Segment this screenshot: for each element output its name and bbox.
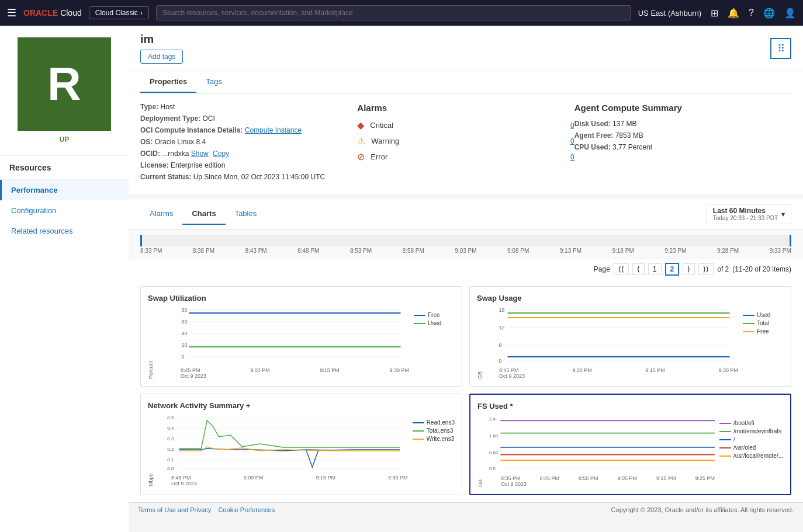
- tab-alarms[interactable]: Alarms: [140, 203, 182, 225]
- top-nav: ☰ ORACLE Cloud Cloud Classic › US East (…: [0, 0, 803, 26]
- sidebar-item-related-resources[interactable]: Related resources: [0, 221, 129, 241]
- sidebar-item-configuration[interactable]: Configuration: [0, 200, 129, 221]
- legend-mnt-dot: [719, 431, 731, 432]
- legend-free: Free: [414, 312, 455, 318]
- globe-icon[interactable]: 🌐: [763, 8, 775, 19]
- region-selector[interactable]: US East (Ashburn): [638, 9, 701, 18]
- cloud-text: Cloud: [60, 8, 82, 18]
- cookie-link[interactable]: Cookie Preferences: [219, 506, 275, 513]
- tab-charts[interactable]: Charts: [182, 203, 225, 225]
- page-first-button[interactable]: ⟨⟨: [614, 263, 629, 275]
- chart-network-activity-xlabels: 8:45 PM 9:00 PM 9:15 PM 9:30 PM: [158, 475, 408, 481]
- chart-fs-used-area: GB 2.4 1.6K 0.8K 0.0: [477, 415, 783, 487]
- chart-swap-usage-area: GB 18 12 6 0: [477, 307, 784, 379]
- tab-tables[interactable]: Tables: [226, 203, 266, 225]
- chart-network-legend: Read,ens3 Total,ens3 Write,ens3: [413, 415, 455, 486]
- avatar-section: R UP: [0, 26, 129, 156]
- properties-grid: Type: Host Deployment Type: OCI OCI Comp…: [140, 103, 791, 185]
- critical-icon: ◆: [357, 120, 364, 131]
- user-icon[interactable]: 👤: [784, 8, 796, 19]
- svg-text:0.0: 0.0: [489, 466, 496, 471]
- alarms-title: Alarms: [357, 103, 574, 113]
- svg-text:0: 0: [499, 358, 502, 364]
- page-2-button[interactable]: 2: [665, 263, 680, 276]
- timeline-bar-section: 8:33 PM 8:38 PM 8:43 PM 8:48 PM 8:53 PM …: [129, 230, 803, 259]
- time-selector[interactable]: Last 60 Minutes Today 20:33 - 21:33 PDT …: [707, 204, 791, 224]
- alarm-warning-count[interactable]: 0: [570, 137, 574, 145]
- terms-link[interactable]: Terms of Use and Privacy: [138, 506, 211, 513]
- alarm-warning-label: Warning: [371, 137, 565, 145]
- chart-swap-usage-legend: Used Total Free: [743, 307, 784, 379]
- svg-text:0.1: 0.1: [167, 457, 174, 463]
- svg-text:0.8K: 0.8K: [489, 450, 499, 455]
- chart-swap-utilization-date: Oct 9 2023: [158, 373, 409, 379]
- svg-text:1.6K: 1.6K: [489, 433, 499, 439]
- ocid-show-link[interactable]: Show: [191, 149, 209, 158]
- chart-swap-utilization-svg: 80 60 40 20 0: [158, 307, 409, 366]
- alarm-error-count[interactable]: 0: [570, 153, 574, 161]
- sidebar-item-performance[interactable]: Performance: [0, 180, 129, 200]
- legend-root-dot: [719, 439, 731, 440]
- help-icon[interactable]: ?: [749, 8, 754, 18]
- agent-cpu: CPU Used: 3.77 Percent: [574, 143, 791, 151]
- search-input[interactable]: [156, 5, 631, 20]
- nav-right: US East (Ashburn) ⊞ 🔔 ? 🌐 👤: [638, 8, 796, 19]
- avatar: R: [18, 37, 111, 131]
- svg-text:0.4: 0.4: [167, 426, 174, 431]
- svg-text:12: 12: [499, 325, 505, 331]
- properties-tabs: Properties Tags: [140, 71, 791, 93]
- page-next-button[interactable]: ⟩: [683, 263, 695, 275]
- hamburger-menu[interactable]: ☰: [7, 6, 16, 19]
- charts-section: Alarms Charts Tables Last 60 Minutes Tod…: [129, 199, 803, 502]
- add-tags-button[interactable]: Add tags: [140, 50, 183, 64]
- chart-swap-usage-ylabel: GB: [477, 307, 483, 379]
- charts-tabs: Alarms Charts Tables: [140, 203, 266, 225]
- timeline-marker-left: [140, 235, 142, 246]
- sidebar: Resources Performance Configuration Rela…: [0, 156, 129, 532]
- chart-network-activity-area: Mbps 0.5 0.4 0.3 0.2 0.1 0.0: [148, 415, 455, 486]
- svg-text:2.4: 2.4: [489, 416, 496, 422]
- chart-swap-usage-title: Swap Usage: [477, 294, 784, 302]
- legend-read-dot: [413, 422, 424, 423]
- chart-fs-used-ylabel: GB: [477, 415, 483, 487]
- page-1-button[interactable]: 1: [648, 263, 662, 275]
- legend-used-dot: [743, 315, 754, 316]
- time-selector-label: Last 60 Minutes: [713, 207, 778, 215]
- agent-column: Agent Compute Summary Disk Used: 137 MB …: [574, 103, 791, 185]
- chart-network-activity-svg: 0.5 0.4 0.3 0.2 0.1 0.0: [158, 415, 408, 473]
- sidebar-header: Resources: [0, 156, 129, 180]
- svg-text:6: 6: [499, 342, 502, 348]
- chart-swap-utilization-area: Percent 80 60 40 20 0: [148, 307, 455, 379]
- legend-used: Used: [414, 320, 455, 326]
- status-badge: UP: [60, 135, 70, 144]
- bell-icon[interactable]: 🔔: [728, 8, 739, 19]
- chart-swap-utilization: Swap Utilization Percent 80 60 40 20 0: [140, 286, 462, 387]
- chart-swap-usage-xlabels: 8:45 PM 9:00 PM 9:15 PM 9:30 PM: [487, 367, 738, 373]
- timeline-marker-right: [790, 235, 791, 246]
- cloud-classic-button[interactable]: Cloud Classic ›: [89, 6, 149, 19]
- legend-total-dot: [413, 430, 424, 432]
- timeline-labels: 8:33 PM 8:38 PM 8:43 PM 8:48 PM 8:53 PM …: [140, 248, 791, 254]
- page-last-button[interactable]: ⟩⟩: [698, 263, 714, 275]
- page-prev-button[interactable]: ⟨: [632, 263, 645, 275]
- agent-free: Agent Free: 7853 MB: [574, 131, 791, 140]
- oci-compute-instance-link[interactable]: Compute Instance: [245, 126, 302, 134]
- legend-usr-dot: [719, 455, 731, 457]
- grid-icon[interactable]: ⊞: [711, 8, 718, 19]
- resource-title-group: im Add tags: [140, 33, 183, 64]
- svg-text:40: 40: [182, 331, 188, 336]
- chart-swap-utilization-ylabel: Percent: [148, 307, 154, 379]
- app-grid-icon-button[interactable]: ⠿: [770, 38, 791, 59]
- agent-disk: Disk Used: 137 MB: [574, 120, 791, 128]
- time-selector-sub: Today 20:33 - 21:33 PDT: [713, 215, 778, 221]
- timeline-bar[interactable]: [140, 235, 791, 246]
- time-selector-chevron: ▾: [781, 210, 785, 218]
- tab-tags[interactable]: Tags: [196, 71, 231, 93]
- legend-var-dot: [719, 447, 731, 448]
- pagination: Page ⟨⟨ ⟨ 1 2 ⟩ ⟩⟩ of 2 (11-20 of 20 ite…: [129, 259, 803, 279]
- tab-properties[interactable]: Properties: [140, 71, 196, 93]
- oracle-logo: ORACLE Cloud: [23, 8, 82, 18]
- chart-fs-used-xlabels: 8:35 PM 8:45 PM 8:55 PM 9:05 PM 9:15 PM …: [488, 475, 715, 481]
- ocid-copy-link[interactable]: Copy: [213, 149, 229, 158]
- alarm-critical-count[interactable]: 0: [570, 121, 574, 130]
